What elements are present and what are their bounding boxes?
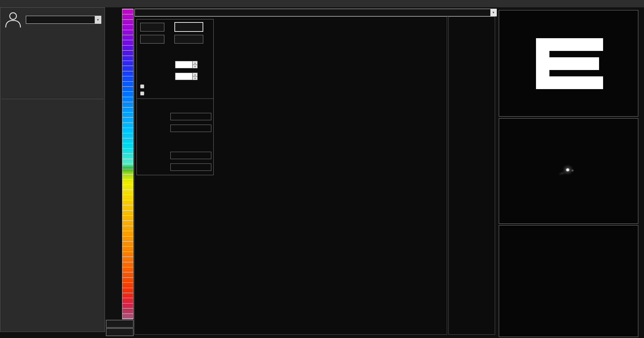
order-input[interactable]: [175, 61, 193, 68]
retinal-image-panel: [499, 10, 638, 117]
psf-streak: [558, 171, 567, 176]
order-spinner: ▲ ▼: [175, 61, 198, 68]
photopic-checkbox[interactable]: [140, 84, 144, 88]
hoa-button[interactable]: [174, 22, 203, 32]
aberration-controls-box: ▲ ▼ ▲ ▼: [137, 19, 214, 175]
scotopic-checkbox[interactable]: [140, 91, 144, 95]
zernike-coefficient-list: [448, 16, 495, 335]
all-on-button[interactable]: [140, 35, 164, 44]
dia-down-button[interactable]: ▼: [193, 76, 198, 80]
chevron-down-icon[interactable]: ▼: [490, 9, 496, 16]
psf-sidelobe: [571, 170, 574, 172]
dia-spinner: ▲ ▼: [175, 73, 198, 80]
scotopic-checkbox-row[interactable]: [140, 91, 147, 95]
dia-up-button[interactable]: ▲: [193, 73, 198, 76]
order-up-button[interactable]: ▲: [193, 61, 198, 65]
scale-mode-button[interactable]: [106, 328, 133, 336]
scan-selector-dropdown[interactable]: ▼: [26, 16, 101, 24]
scale-unit-button[interactable]: [106, 320, 133, 328]
retinal-letter-e: [536, 38, 603, 89]
photopic-checkbox-row[interactable]: [140, 84, 147, 88]
mtf-chart: [499, 225, 638, 326]
patient-avatar-icon: [4, 11, 22, 30]
controls-divider: [137, 98, 213, 99]
tpos-value: [170, 125, 211, 132]
color-scale-gradient: [122, 9, 133, 319]
mean-value: [170, 152, 211, 159]
order-down-button[interactable]: ▼: [193, 65, 198, 68]
aberration-main-panel: ▲ ▼ ▲ ▼: [134, 16, 447, 335]
dia-input[interactable]: [175, 73, 193, 80]
all-off-button[interactable]: [174, 35, 203, 44]
psf-spot: [566, 168, 570, 172]
sidebar: ▼: [0, 7, 105, 332]
menu-bar: [0, 0, 644, 7]
loa-button[interactable]: [140, 23, 164, 31]
chevron-down-icon[interactable]: ▼: [95, 16, 101, 23]
rpos-value: [170, 113, 211, 120]
rms-value: [170, 163, 211, 171]
aberration-filter-dropdown[interactable]: ▼: [135, 9, 497, 16]
mtf-panel: [499, 225, 638, 337]
sidebar-divider: [1, 99, 104, 99]
psf-panel: [499, 118, 638, 224]
